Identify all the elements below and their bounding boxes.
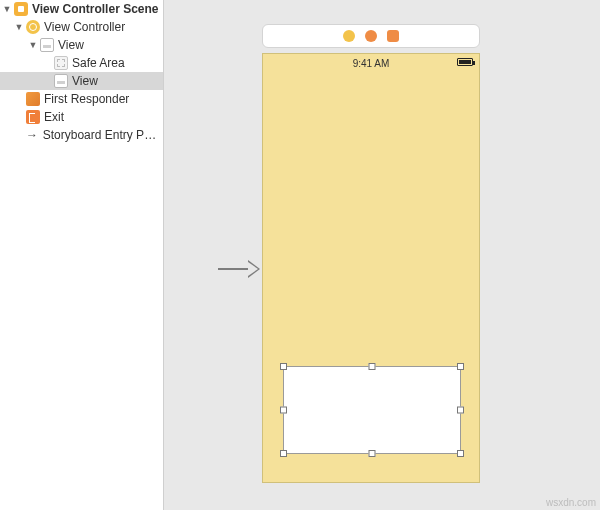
resize-handle-bottom[interactable] xyxy=(369,450,376,457)
outline-label: Safe Area xyxy=(72,56,125,70)
battery-icon xyxy=(457,58,473,66)
arrow-right-icon: → xyxy=(25,128,38,142)
outline-exit-row[interactable]: ▼ Exit xyxy=(0,108,163,126)
outline-first-responder-row[interactable]: ▼ First Responder xyxy=(0,90,163,108)
exit-dock-icon[interactable] xyxy=(387,30,399,42)
disclosure-triangle-icon[interactable]: ▼ xyxy=(2,4,12,14)
outline-safe-area-row[interactable]: ▼ Safe Area xyxy=(0,54,163,72)
outline-label: Storyboard Entry Poi… xyxy=(43,128,159,142)
outline-child-view-row[interactable]: ▼ View xyxy=(0,72,163,90)
outline-label: View Controller xyxy=(44,20,125,34)
resize-handle-top[interactable] xyxy=(369,363,376,370)
disclosure-triangle-icon[interactable]: ▼ xyxy=(28,40,38,50)
first-responder-dock-icon[interactable] xyxy=(365,30,377,42)
scene-dock[interactable] xyxy=(262,24,480,48)
viewcontroller-dock-icon[interactable] xyxy=(343,30,355,42)
view-icon xyxy=(54,74,68,88)
resize-handle-right[interactable] xyxy=(457,407,464,414)
outline-root-view-row[interactable]: ▼ View xyxy=(0,36,163,54)
outline-entry-point-row[interactable]: ▼ → Storyboard Entry Poi… xyxy=(0,126,163,144)
canvas-selected-view[interactable] xyxy=(283,366,461,454)
outline-label: First Responder xyxy=(44,92,129,106)
first-responder-icon xyxy=(26,92,40,106)
document-outline[interactable]: ▼ View Controller Scene ▼ View Controlle… xyxy=(0,0,164,510)
resize-handle-left[interactable] xyxy=(280,407,287,414)
view-icon xyxy=(40,38,54,52)
outline-label: View xyxy=(72,74,98,88)
canvas-root-view[interactable]: 9:41 AM xyxy=(262,53,480,483)
outline-label: Exit xyxy=(44,110,64,124)
outline-label: View xyxy=(58,38,84,52)
scene-icon xyxy=(14,2,28,16)
disclosure-triangle-icon[interactable]: ▼ xyxy=(14,22,24,32)
viewcontroller-icon xyxy=(26,20,40,34)
resize-handle-top-left[interactable] xyxy=(280,363,287,370)
safe-area-icon xyxy=(54,56,68,70)
outline-label: View Controller Scene xyxy=(32,2,159,16)
outline-scene-row[interactable]: ▼ View Controller Scene xyxy=(0,0,163,18)
status-time: 9:41 AM xyxy=(353,58,390,69)
resize-handle-bottom-left[interactable] xyxy=(280,450,287,457)
resize-handle-top-right[interactable] xyxy=(457,363,464,370)
resize-handle-bottom-right[interactable] xyxy=(457,450,464,457)
storyboard-canvas[interactable]: 9:41 AM wsxdn.com xyxy=(164,0,600,510)
outline-viewcontroller-row[interactable]: ▼ View Controller xyxy=(0,18,163,36)
watermark: wsxdn.com xyxy=(546,497,596,508)
exit-icon xyxy=(26,110,40,124)
status-bar: 9:41 AM xyxy=(263,54,479,72)
